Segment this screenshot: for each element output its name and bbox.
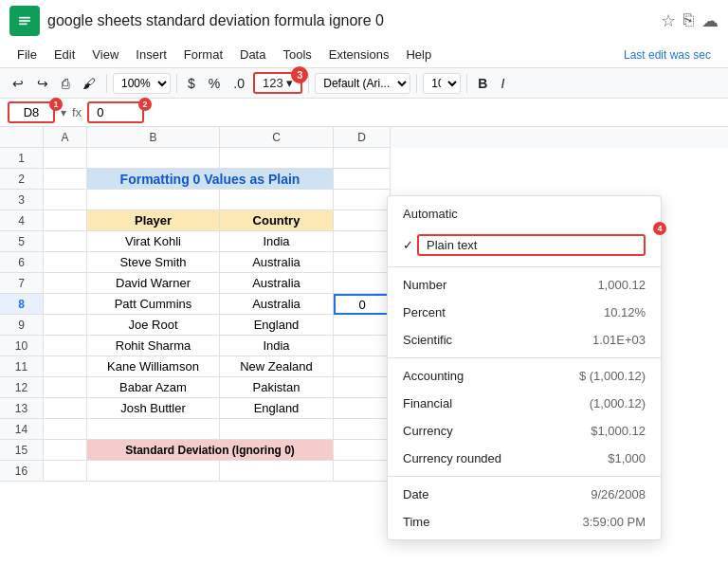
dropdown-item-currency-rounded[interactable]: Currency rounded $1,000 (388, 445, 661, 472)
cell-d13[interactable] (334, 398, 391, 419)
cell-a5[interactable] (44, 231, 87, 252)
redo-button[interactable]: ↪ (32, 73, 53, 94)
cell-b4[interactable]: Player (87, 210, 220, 231)
cell-a11[interactable] (44, 356, 87, 377)
decimal-button[interactable]: .0 (228, 73, 249, 94)
formula-value[interactable]: 0 (87, 101, 144, 123)
col-header-c[interactable]: C (220, 127, 334, 148)
cell-d15[interactable] (334, 440, 391, 461)
cell-a6[interactable] (44, 252, 87, 273)
cell-a13[interactable] (44, 398, 87, 419)
cloud-icon[interactable]: ☁ (701, 10, 719, 31)
menu-tools[interactable]: Tools (275, 44, 318, 65)
cell-a9[interactable] (44, 315, 87, 336)
star-icon[interactable]: ☆ (661, 10, 676, 31)
cell-c10[interactable]: India (220, 336, 334, 356)
dropdown-item-accounting[interactable]: Accounting $ (1,000.12) (388, 362, 661, 390)
cell-a1[interactable] (44, 148, 87, 169)
cell-a15[interactable] (44, 440, 87, 461)
cell-b1[interactable] (87, 148, 220, 169)
menu-format[interactable]: Format (176, 44, 230, 65)
percent-button[interactable]: % (204, 73, 225, 94)
cell-c8[interactable]: Australia (220, 294, 334, 315)
cell-d14[interactable] (334, 419, 391, 440)
cell-a4[interactable] (44, 210, 87, 231)
cell-d3[interactable] (334, 190, 391, 210)
cell-b12[interactable]: Babar Azam (87, 377, 220, 398)
cell-c12[interactable]: Pakistan (220, 377, 334, 398)
cell-d8[interactable]: 0 (334, 294, 391, 315)
col-header-b[interactable]: B (87, 127, 220, 148)
cell-b15[interactable]: Standard Deviation (Ignoring 0) (87, 440, 334, 461)
cell-a8[interactable] (44, 294, 87, 315)
cell-d16[interactable] (334, 461, 391, 482)
cell-c14[interactable] (220, 419, 334, 440)
menu-data[interactable]: Data (232, 44, 273, 65)
cell-b9[interactable]: Joe Root (87, 315, 220, 336)
dropdown-item-automatic[interactable]: Automatic (388, 200, 661, 228)
zoom-select[interactable]: 100% (113, 73, 171, 94)
cell-a10[interactable] (44, 336, 87, 356)
cell-d12[interactable] (334, 377, 391, 398)
cell-b11[interactable]: Kane Williamson (87, 356, 220, 377)
col-header-d[interactable]: D (334, 127, 391, 148)
cell-b5[interactable]: Virat Kohli (87, 231, 220, 252)
cell-b10[interactable]: Rohit Sharma (87, 336, 220, 356)
dropdown-item-financial[interactable]: Financial (1,000.12) (388, 390, 661, 417)
cell-a3[interactable] (44, 190, 87, 210)
italic-button[interactable]: I (496, 73, 509, 94)
cell-a2[interactable] (44, 169, 87, 190)
dropdown-item-plain-text[interactable]: ✓ Plain text 4 (388, 228, 661, 263)
menu-extensions[interactable]: Extensions (321, 44, 397, 65)
cell-c9[interactable]: England (220, 315, 334, 336)
cell-a7[interactable] (44, 273, 87, 294)
dropdown-item-time[interactable]: Time 3:59:00 PM (388, 508, 661, 536)
paint-button[interactable]: 🖌 (78, 73, 100, 94)
dropdown-item-date[interactable]: Date 9/26/2008 (388, 481, 661, 508)
dropdown-item-number[interactable]: Number 1,000.12 (388, 271, 661, 299)
cell-c16[interactable] (220, 461, 334, 482)
folder-icon[interactable]: ⎘ (683, 10, 694, 31)
cell-b7[interactable]: David Warner (87, 273, 220, 294)
cell-d1[interactable] (334, 148, 391, 169)
cell-b6[interactable]: Steve Smith (87, 252, 220, 273)
cell-b14[interactable] (87, 419, 220, 440)
cell-reference[interactable]: D8 (8, 101, 55, 123)
cell-b3[interactable] (87, 190, 220, 210)
cell-b16[interactable] (87, 461, 220, 482)
print-button[interactable]: ⎙ (57, 73, 74, 94)
dropdown-item-currency[interactable]: Currency $1,000.12 (388, 417, 661, 445)
cell-d5[interactable] (334, 231, 391, 252)
cell-c7[interactable]: Australia (220, 273, 334, 294)
cell-a14[interactable] (44, 419, 87, 440)
dropdown-item-scientific[interactable]: Scientific 1.01E+03 (388, 326, 661, 354)
cell-b2[interactable]: Formatting 0 Values as Plain (87, 169, 334, 190)
col-header-a[interactable]: A (44, 127, 87, 148)
cell-c5[interactable]: India (220, 231, 334, 252)
cell-d2[interactable] (334, 169, 391, 190)
cell-d11[interactable] (334, 356, 391, 377)
undo-button[interactable]: ↩ (8, 73, 28, 94)
menu-edit[interactable]: Edit (46, 44, 82, 65)
cell-c6[interactable]: Australia (220, 252, 334, 273)
cell-b8[interactable]: Patt Cummins (87, 294, 220, 315)
menu-help[interactable]: Help (398, 44, 439, 65)
bold-button[interactable]: B (473, 73, 492, 94)
dollar-button[interactable]: $ (183, 73, 200, 94)
dropdown-item-percent[interactable]: Percent 10.12% (388, 299, 661, 326)
cell-d4[interactable] (334, 210, 391, 231)
cell-c4[interactable]: Country (220, 210, 334, 231)
cell-c3[interactable] (220, 190, 334, 210)
cell-c11[interactable]: New Zealand (220, 356, 334, 377)
cell-d6[interactable] (334, 252, 391, 273)
font-size-select[interactable]: 10 (423, 73, 461, 94)
cell-d7[interactable] (334, 273, 391, 294)
menu-insert[interactable]: Insert (128, 44, 174, 65)
cell-a12[interactable] (44, 377, 87, 398)
cell-b13[interactable]: Josh Buttler (87, 398, 220, 419)
cell-d9[interactable] (334, 315, 391, 336)
cell-c13[interactable]: England (220, 398, 334, 419)
cell-c1[interactable] (220, 148, 334, 169)
cell-a16[interactable] (44, 461, 87, 482)
menu-file[interactable]: File (9, 44, 45, 65)
